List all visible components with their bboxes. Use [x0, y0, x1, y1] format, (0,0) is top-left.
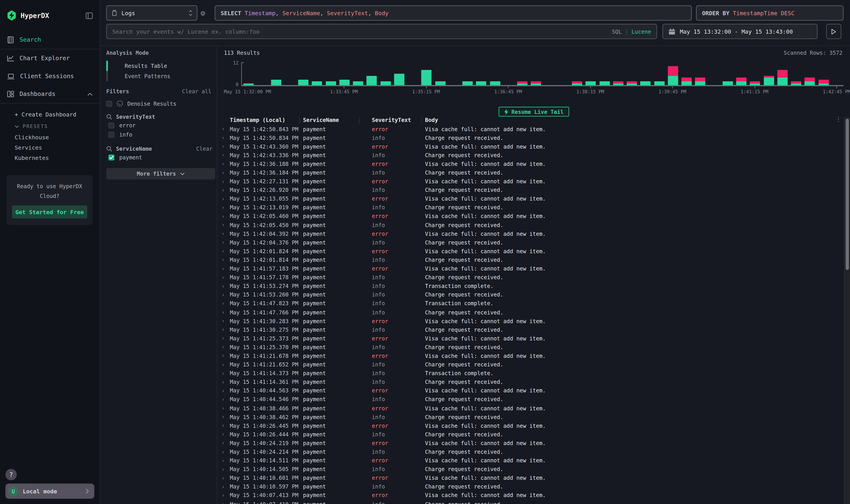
table-options-kebab-icon[interactable]: ⋮ — [835, 116, 841, 122]
user-menu[interactable]: U Local mode — [5, 484, 94, 499]
row-expand-chevron-icon[interactable]: › — [222, 414, 230, 419]
table-row[interactable]: ›May 15 1:41:57.178 PMpaymentinfoCharge … — [217, 273, 843, 282]
row-expand-chevron-icon[interactable]: › — [222, 170, 230, 176]
table-row[interactable]: ›May 15 1:40:44.563 PMpaymenterrorVisa c… — [217, 386, 843, 395]
table-row[interactable]: ›May 15 1:41:30.275 PMpaymentinfoCharge … — [217, 325, 843, 334]
table-row[interactable]: ›May 15 1:41:21.678 PMpaymenterrorVisa c… — [217, 352, 843, 360]
row-expand-chevron-icon[interactable]: › — [222, 231, 230, 236]
row-expand-chevron-icon[interactable]: › — [222, 327, 230, 332]
analysis-mode-event-patterns[interactable]: Event Patterns — [106, 71, 211, 81]
table-row[interactable]: ›May 15 1:40:26.444 PMpaymentinfoCharge … — [217, 430, 843, 439]
table-row[interactable]: ›May 15 1:41:53.274 PMpaymentinfoTransac… — [217, 282, 843, 290]
row-expand-chevron-icon[interactable]: › — [222, 475, 230, 481]
table-row[interactable]: ›May 15 1:41:57.183 PMpaymenterrorVisa c… — [217, 264, 843, 273]
sidebar-item-client-sessions[interactable]: Client Sessions — [0, 67, 100, 85]
table-row[interactable]: ›May 15 1:40:07.413 PMpaymenterrorVisa c… — [217, 491, 843, 500]
row-expand-chevron-icon[interactable]: › — [222, 266, 230, 271]
create-dashboard-button[interactable]: + Create Dashboard — [0, 108, 100, 121]
toggle-sql[interactable]: SQL — [612, 29, 622, 34]
gear-icon[interactable]: ⚙ — [201, 9, 205, 17]
table-row[interactable]: ›May 15 1:42:01.814 PMpaymentinfoCharge … — [217, 255, 843, 264]
sql-select-input[interactable]: SELECT Timestamp, ServiceName, SeverityT… — [215, 5, 692, 21]
table-row[interactable]: ›May 15 1:40:38.462 PMpaymentinfoCharge … — [217, 413, 843, 421]
table-row[interactable]: ›May 15 1:42:05.460 PMpaymenterrorVisa c… — [217, 212, 843, 221]
table-row[interactable]: ›May 15 1:42:43.360 PMpaymenterrorVisa c… — [217, 142, 843, 151]
row-expand-chevron-icon[interactable]: › — [222, 283, 230, 289]
sidebar-item-search[interactable]: Search — [0, 31, 100, 49]
column-resize-handle[interactable] — [359, 118, 359, 124]
table-row[interactable]: ›May 15 1:42:05.450 PMpaymentinfoCharge … — [217, 221, 843, 229]
table-row[interactable]: ›May 15 1:40:38.466 PMpaymenterrorVisa c… — [217, 404, 843, 413]
row-expand-chevron-icon[interactable]: › — [222, 161, 230, 167]
table-row[interactable]: ›May 15 1:40:24.214 PMpaymentinfoCharge … — [217, 448, 843, 456]
resume-live-tail-button[interactable]: Resume Live Tail — [499, 107, 569, 116]
row-expand-chevron-icon[interactable]: › — [222, 309, 230, 315]
row-expand-chevron-icon[interactable]: › — [222, 205, 230, 210]
table-scrollbar[interactable] — [844, 117, 850, 504]
run-query-button[interactable] — [826, 24, 841, 39]
table-row[interactable]: ›May 15 1:42:50.834 PMpaymentinfoCharge … — [217, 133, 843, 142]
filter-option-payment[interactable]: payment — [108, 155, 142, 160]
table-row[interactable]: ›May 15 1:42:50.843 PMpaymenterrorVisa c… — [217, 125, 843, 133]
table-row[interactable]: ›May 15 1:40:10.597 PMpaymentinfoCharge … — [217, 482, 843, 491]
denoise-checkbox-row[interactable]: Denoise Results — [106, 100, 176, 107]
filter-group-clear-link[interactable]: Clear — [196, 146, 213, 152]
table-row[interactable]: ›May 15 1:40:44.546 PMpaymentinfoCharge … — [217, 395, 843, 404]
order-by-input[interactable]: ORDER BY TimestampTime DESC — [696, 5, 843, 21]
row-expand-chevron-icon[interactable]: › — [222, 362, 230, 367]
row-expand-chevron-icon[interactable]: › — [222, 449, 230, 454]
search-input[interactable]: Search your events w/ Lucene ex. column:… — [106, 24, 657, 39]
get-started-button[interactable]: Get Started for Free — [12, 205, 87, 218]
filter-option-error[interactable]: error — [108, 123, 136, 128]
row-expand-chevron-icon[interactable]: › — [222, 240, 230, 245]
collapse-sidebar-icon[interactable] — [86, 12, 93, 19]
checkbox-payment[interactable] — [108, 155, 114, 160]
preset-item-clickhouse[interactable]: Clickhouse — [0, 132, 100, 142]
sidebar-item-dashboards[interactable]: Dashboards — [0, 85, 100, 103]
table-row[interactable]: ›May 15 1:42:04.392 PMpaymenterrorVisa c… — [217, 229, 843, 238]
row-expand-chevron-icon[interactable]: › — [222, 353, 230, 359]
row-expand-chevron-icon[interactable]: › — [222, 493, 230, 498]
table-row[interactable]: ›May 15 1:41:30.283 PMpaymenterrorVisa c… — [217, 317, 843, 325]
row-expand-chevron-icon[interactable]: › — [222, 214, 230, 219]
row-expand-chevron-icon[interactable]: › — [222, 440, 230, 446]
row-expand-chevron-icon[interactable]: › — [222, 371, 230, 376]
row-expand-chevron-icon[interactable]: › — [222, 144, 230, 149]
column-resize-handle[interactable] — [299, 118, 300, 124]
help-button[interactable]: ? — [5, 469, 17, 480]
checkbox-info[interactable] — [108, 132, 114, 138]
table-row[interactable]: ›May 15 1:40:24.219 PMpaymenterrorVisa c… — [217, 439, 843, 448]
row-expand-chevron-icon[interactable]: › — [222, 135, 230, 140]
row-expand-chevron-icon[interactable]: › — [222, 467, 230, 472]
table-scrollbar-thumb[interactable] — [846, 119, 849, 270]
row-expand-chevron-icon[interactable]: › — [222, 318, 230, 324]
results-histogram[interactable]: 12 0 May 15 1:32:00 PM1:33:45 PM1:35:15 … — [217, 60, 850, 91]
row-expand-chevron-icon[interactable]: › — [222, 222, 230, 228]
table-row[interactable]: ›May 15 1:40:14.505 PMpaymentinfoCharge … — [217, 465, 843, 474]
row-expand-chevron-icon[interactable]: › — [222, 196, 230, 202]
table-row[interactable]: ›May 15 1:41:47.823 PMpaymentinfoTransac… — [217, 299, 843, 308]
row-expand-chevron-icon[interactable]: › — [222, 432, 230, 437]
table-row[interactable]: ›May 15 1:41:25.370 PMpaymentinfoCharge … — [217, 343, 843, 352]
table-row[interactable]: ›May 15 1:42:13.019 PMpaymentinfoCharge … — [217, 203, 843, 212]
row-expand-chevron-icon[interactable]: › — [222, 257, 230, 263]
row-expand-chevron-icon[interactable]: › — [222, 388, 230, 393]
filter-option-info[interactable]: info — [108, 132, 132, 138]
time-range-picker[interactable]: May 15 13:32:00 - May 15 13:43:00 — [662, 24, 817, 39]
row-expand-chevron-icon[interactable]: › — [222, 126, 230, 132]
row-expand-chevron-icon[interactable]: › — [222, 179, 230, 184]
table-row[interactable]: ›May 15 1:41:47.766 PMpaymentinfoCharge … — [217, 308, 843, 317]
table-row[interactable]: ›May 15 1:42:43.336 PMpaymentinfoCharge … — [217, 151, 843, 160]
row-expand-chevron-icon[interactable]: › — [222, 301, 230, 306]
row-expand-chevron-icon[interactable]: › — [222, 336, 230, 341]
row-expand-chevron-icon[interactable]: › — [222, 275, 230, 280]
sidebar-item-chart-explorer[interactable]: Chart Explorer — [0, 49, 100, 67]
toggle-lucene[interactable]: Lucene — [632, 29, 651, 34]
row-expand-chevron-icon[interactable]: › — [222, 344, 230, 350]
table-row[interactable]: ›May 15 1:40:07.410 PMpaymentinfoCharge … — [217, 500, 843, 504]
clear-all-filters-link[interactable]: Clear all — [182, 88, 211, 94]
row-expand-chevron-icon[interactable]: › — [222, 423, 230, 428]
table-row[interactable]: ›May 15 1:40:26.445 PMpaymenterrorVisa c… — [217, 421, 843, 430]
source-select[interactable]: Logs — [106, 5, 197, 21]
row-expand-chevron-icon[interactable]: › — [222, 187, 230, 193]
